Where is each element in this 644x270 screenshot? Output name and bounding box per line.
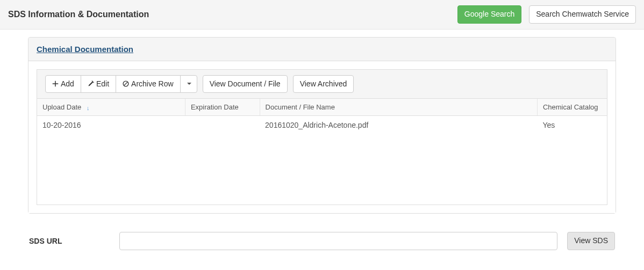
archive-row-button-label: Archive Row xyxy=(131,79,174,90)
view-sds-button[interactable]: View SDS xyxy=(567,232,615,250)
col-expiration-date-label: Expiration Date xyxy=(191,103,239,111)
col-file-name[interactable]: Document / File Name xyxy=(260,99,537,116)
edit-button-label: Edit xyxy=(96,79,109,90)
documents-table-head: Upload Date ↓ Expiration Date Document /… xyxy=(37,99,607,116)
col-upload-date-label: Upload Date xyxy=(42,103,81,111)
table-header-row: Upload Date ↓ Expiration Date Document /… xyxy=(37,99,607,116)
documents-table-body: 10-20-2016 20161020_Aldrich-Acetone.pdf … xyxy=(37,116,607,134)
toolbar-btn-group: Add Edit Archive Row xyxy=(45,75,197,93)
svg-line-1 xyxy=(124,82,128,85)
search-chemwatch-button[interactable]: Search Chemwatch Service xyxy=(529,5,636,24)
page-title: SDS Information & Documentation xyxy=(8,10,149,19)
ban-circle-icon xyxy=(123,79,131,90)
table-row[interactable]: 10-20-2016 20161020_Aldrich-Acetone.pdf … xyxy=(37,116,607,134)
google-search-button[interactable]: Google Search xyxy=(457,5,521,24)
col-chemical-catalog[interactable]: Chemical Catalog xyxy=(537,99,607,116)
col-upload-date[interactable]: Upload Date ↓ xyxy=(37,99,185,116)
cell-chemical-catalog: Yes xyxy=(537,116,607,134)
edit-button[interactable]: Edit xyxy=(81,75,116,93)
section-body: Add Edit Archive Row xyxy=(28,61,616,214)
add-button[interactable]: Add xyxy=(45,75,81,93)
view-document-button[interactable]: View Document / File xyxy=(203,75,288,93)
col-chemical-catalog-label: Chemical Catalog xyxy=(543,103,598,111)
sds-url-label: SDS URL xyxy=(29,237,110,245)
pencil-icon xyxy=(88,79,96,90)
chemical-documentation-link[interactable]: Chemical Documentation xyxy=(37,45,133,54)
header-actions: Google Search Search Chemwatch Service xyxy=(457,5,636,24)
archive-row-dropdown-toggle[interactable] xyxy=(180,75,197,93)
table-body-scroll[interactable]: 10-20-2016 20161020_Aldrich-Acetone.pdf … xyxy=(37,116,607,205)
plus-icon xyxy=(52,79,61,90)
add-button-label: Add xyxy=(61,79,74,90)
sds-url-input[interactable] xyxy=(119,232,557,250)
caret-down-icon xyxy=(187,83,191,85)
archive-row-button[interactable]: Archive Row xyxy=(116,75,181,93)
sds-url-row: SDS URL View SDS xyxy=(28,232,616,250)
col-expiration-date[interactable]: Expiration Date xyxy=(185,99,260,116)
toolbar: Add Edit Archive Row xyxy=(37,69,607,99)
section-heading: Chemical Documentation xyxy=(28,38,616,61)
cell-file-name: 20161020_Aldrich-Acetone.pdf xyxy=(260,116,537,134)
panel-header: SDS Information & Documentation Google S… xyxy=(0,0,644,30)
cell-upload-date: 10-20-2016 xyxy=(37,116,185,134)
chemical-documentation-panel: Chemical Documentation Add Edit xyxy=(28,37,616,214)
view-archived-button[interactable]: View Archived xyxy=(293,75,354,93)
col-file-name-label: Document / File Name xyxy=(266,103,335,111)
content-wrap: Chemical Documentation Add Edit xyxy=(0,30,644,261)
cell-expiration-date xyxy=(185,116,260,134)
table-wrap: Upload Date ↓ Expiration Date Document /… xyxy=(37,98,607,205)
sort-ascending-icon: ↓ xyxy=(87,105,90,111)
